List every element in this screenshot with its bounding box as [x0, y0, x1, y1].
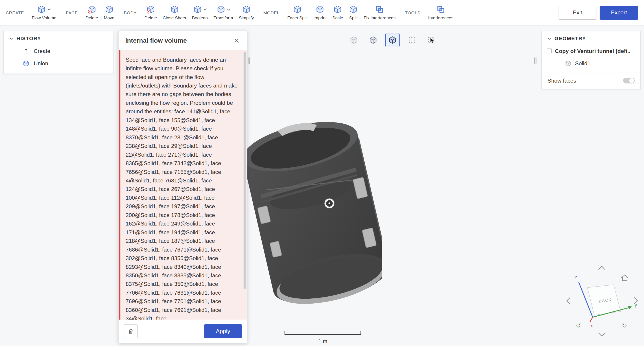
move-face-button[interactable]: Move — [101, 3, 117, 22]
history-item-create[interactable]: Create — [4, 45, 113, 57]
toolbar-group-face-label: FACE — [66, 10, 78, 15]
cube-icon — [23, 60, 30, 67]
boolean-button[interactable]: Boolean — [189, 3, 211, 22]
toolbar-group-body: BODY Delete Close Sheet Boolean Transfor… — [124, 3, 257, 22]
dialog-title: Internal flow volume — [125, 37, 187, 44]
exit-button[interactable]: Exit — [558, 6, 596, 20]
rotate-cw-icon[interactable]: ↻ — [622, 322, 627, 329]
home-view-icon[interactable] — [621, 275, 628, 281]
viewport-cube-button-2[interactable] — [366, 33, 380, 47]
flow-volume-button[interactable]: Flow Volume — [29, 3, 60, 22]
internal-flow-volume-dialog: Internal flow volume Seed face and Bound… — [118, 31, 247, 343]
cube-icon — [369, 36, 377, 44]
delete-face-button[interactable]: Delete — [83, 3, 101, 22]
viewport-cube-button-3-active[interactable] — [385, 33, 400, 47]
interferences-icon — [436, 5, 445, 14]
delete-operation-button[interactable] — [124, 324, 138, 338]
select-dots-icon — [407, 36, 416, 44]
rotate-up-chevron[interactable] — [598, 266, 605, 270]
dialog-footer: Apply — [119, 320, 247, 343]
history-header[interactable]: HISTORY — [4, 31, 113, 45]
facet-split-button[interactable]: Facet Split — [284, 3, 310, 22]
geometry-tree-solid1[interactable]: Solid1 — [542, 57, 640, 70]
z-axis-label: Z — [574, 275, 577, 280]
viewport-toolbar — [346, 33, 438, 47]
chevron-down-icon[interactable] — [548, 38, 551, 40]
rotate-down-chevron[interactable] — [598, 333, 605, 336]
close-sheet-button[interactable]: Close Sheet — [160, 3, 189, 22]
toolbar-group-face: FACE Delete Move — [66, 3, 117, 22]
scale-icon — [333, 5, 342, 14]
toolbar-group-tools-label: TOOLS — [405, 10, 420, 15]
chevron-down-icon[interactable] — [47, 8, 51, 11]
export-button[interactable]: Export — [600, 6, 638, 20]
split-icon — [349, 5, 358, 14]
history-item-union[interactable]: Union — [4, 57, 113, 70]
y-axis-arrowhead — [628, 306, 632, 309]
geometry-header[interactable]: GEOMETRY — [542, 31, 640, 45]
chevron-down-icon[interactable] — [203, 8, 207, 11]
solid-cube-icon — [565, 60, 572, 67]
geometry-resize-handle[interactable] — [534, 58, 537, 64]
show-faces-toggle[interactable] — [623, 78, 634, 84]
history-panel: HISTORY Create Union — [3, 31, 114, 74]
split-button[interactable]: Split — [346, 3, 361, 22]
move-face-icon — [104, 5, 114, 14]
simplify-icon — [242, 5, 251, 14]
interferences-button[interactable]: Interferences — [425, 3, 456, 22]
fix-interferences-icon — [375, 5, 384, 14]
toolbar-group-create-label: CREATE — [6, 10, 24, 15]
error-message: Seed face and Boundary faces define an i… — [120, 50, 247, 320]
dialog-error-region: Seed face and Boundary faces define an i… — [119, 50, 247, 320]
seed-face-marker — [324, 198, 335, 209]
collapse-minus-icon[interactable] — [547, 48, 552, 54]
cube-icon — [350, 36, 358, 44]
imprint-icon — [316, 5, 324, 14]
apply-button[interactable]: Apply — [204, 324, 242, 338]
imprint-button[interactable]: Imprint — [310, 3, 329, 22]
toolbar-group-create: CREATE Flow Volume — [6, 3, 60, 22]
3d-model-render[interactable] — [246, 109, 382, 308]
geometry-title: GEOMETRY — [554, 36, 586, 42]
show-faces-label: Show faces — [548, 78, 576, 84]
viewport-select-dots-button[interactable] — [405, 33, 419, 47]
show-faces-row: Show faces — [542, 72, 640, 89]
viewport-cube-button-1[interactable] — [346, 33, 361, 47]
scale-button[interactable]: Scale — [330, 3, 346, 22]
x-axis-label: x — [590, 323, 593, 328]
scale-bar-line — [284, 330, 361, 335]
rotate-ccw-icon[interactable]: ↺ — [576, 322, 581, 329]
chevron-down-icon[interactable] — [10, 38, 13, 40]
cube-icon — [388, 36, 396, 44]
fix-interferences-button[interactable]: Fix interferences — [361, 3, 398, 22]
toolbar-group-body-label: BODY — [124, 10, 136, 15]
flow-volume-cube-icon — [37, 5, 46, 14]
geometry-tree-root[interactable]: Copy of Venturi tunnel (defi.. — [542, 45, 640, 57]
y-axis-label: y — [634, 302, 637, 308]
scale-bar-label: 1 m — [284, 338, 361, 344]
chevron-down-icon[interactable] — [226, 8, 230, 11]
scale-bar: 1 m — [284, 330, 361, 344]
mouse-cursor — [429, 37, 436, 44]
toolbar-group-model: MODEL Facet Split Imprint Scale Split Fi… — [263, 3, 398, 22]
transform-icon — [216, 5, 225, 14]
close-dialog-button[interactable] — [230, 34, 243, 47]
x-axis-line — [590, 317, 593, 322]
rotate-left-chevron[interactable] — [567, 298, 570, 304]
scrollbar-thumb[interactable] — [244, 52, 246, 289]
flow-volume-label: Flow Volume — [32, 15, 56, 20]
dialog-resize-handle[interactable] — [248, 58, 251, 64]
simplify-button[interactable]: Simplify — [236, 3, 257, 22]
toolbar-actions: Exit Export — [558, 6, 638, 20]
toggle-knob — [629, 78, 634, 83]
orientation-gizmo[interactable]: ↺ ↻ BACK Z y x — [563, 262, 643, 340]
upload-icon — [23, 47, 30, 54]
transform-button[interactable]: Transform — [211, 3, 236, 22]
close-icon — [234, 38, 239, 43]
close-sheet-icon — [170, 5, 179, 14]
toolbar-group-model-label: MODEL — [263, 10, 280, 15]
geometry-panel: GEOMETRY Copy of Venturi tunnel (defi.. … — [541, 31, 641, 89]
history-title: HISTORY — [16, 36, 41, 42]
delete-body-button[interactable]: Delete — [142, 3, 160, 22]
delete-body-icon — [146, 5, 155, 14]
